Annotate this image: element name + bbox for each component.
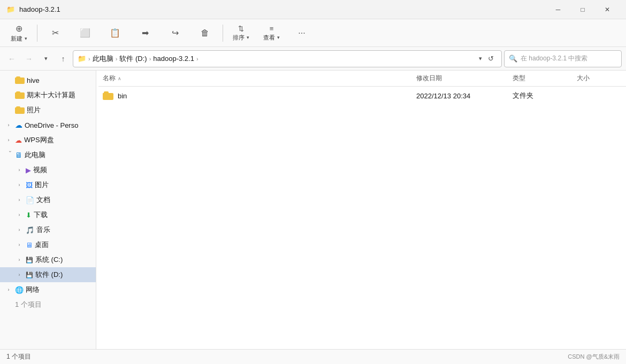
expand-icon-downloads: › bbox=[15, 211, 24, 219]
sidebar-item-downloads[interactable]: › ⬇ 下载 bbox=[0, 207, 96, 222]
paste-button[interactable]: 📋 bbox=[101, 21, 129, 45]
sidebar-item-softd[interactable]: › 💾 软件 (D:) bbox=[0, 267, 96, 282]
status-item-count: 1 个项目 bbox=[6, 352, 31, 361]
more-icon: ··· bbox=[298, 28, 305, 38]
desktop-icon: 🖥 bbox=[26, 241, 33, 249]
address-path: › 此电脑 › 软件 (D:) › hadoop-3.2.1 › bbox=[88, 54, 477, 64]
sidebar-item-video[interactable]: › ▶ 视频 bbox=[0, 162, 96, 177]
path-sep-0: › bbox=[88, 56, 90, 62]
expand-icon-onedrive: › bbox=[4, 121, 13, 129]
sidebar: hive 期末十大计算题 照片 › ☁ OneDrive - Perso › ☁… bbox=[0, 71, 96, 349]
status-bar: 1 个项目 CSDN @气质&末雨 bbox=[0, 349, 626, 364]
sidebar-item-desktop[interactable]: › 🖥 桌面 bbox=[0, 237, 96, 252]
recent-locations-button[interactable]: ▾ bbox=[39, 51, 54, 66]
close-button[interactable]: ✕ bbox=[595, 1, 620, 18]
sort-button[interactable]: ⇅ 排序 ▾ bbox=[226, 21, 256, 45]
sidebar-item-network[interactable]: › 🌐 网络 bbox=[0, 282, 96, 297]
sidebar-label-docs: 文档 bbox=[36, 195, 50, 205]
view-icon: ≡ bbox=[270, 25, 274, 33]
sidebar-label-photos: 照片 bbox=[27, 105, 41, 115]
cut-icon: ✂ bbox=[52, 28, 59, 38]
sidebar-item-count[interactable]: 1 个项目 bbox=[0, 297, 96, 312]
copy-button[interactable]: ⬜ bbox=[71, 21, 100, 45]
expand-icon-video: › bbox=[15, 166, 24, 174]
sidebar-item-hive[interactable]: hive bbox=[0, 73, 96, 88]
share-icon: ↪ bbox=[172, 28, 179, 38]
expand-icon-sysc: › bbox=[15, 255, 24, 264]
forward-button[interactable]: → bbox=[21, 51, 36, 66]
sidebar-label-hive: hive bbox=[27, 76, 40, 84]
folder-icon-top10 bbox=[15, 91, 25, 99]
file-row-bin[interactable]: bin 2022/12/13 20:34 文件夹 bbox=[98, 87, 626, 105]
file-list-body: bin 2022/12/13 20:34 文件夹 bbox=[98, 87, 626, 349]
view-button[interactable]: ≡ 查看 ▾ bbox=[257, 21, 286, 45]
drive-c-icon: 💾 bbox=[26, 257, 33, 264]
pictures-icon: 🖼 bbox=[26, 181, 33, 189]
minimize-button[interactable]: ─ bbox=[546, 1, 570, 18]
expand-icon-top10 bbox=[4, 91, 13, 99]
sidebar-item-photos[interactable]: 照片 bbox=[0, 103, 96, 118]
back-button[interactable]: ← bbox=[4, 51, 19, 66]
sidebar-label-music: 音乐 bbox=[36, 225, 50, 235]
folder-icon-hive bbox=[15, 76, 25, 84]
move-button[interactable]: ➡ bbox=[131, 21, 159, 45]
refresh-button[interactable]: ↺ bbox=[484, 52, 497, 65]
network-icon: 🌐 bbox=[15, 286, 24, 294]
sidebar-label-downloads: 下载 bbox=[34, 210, 48, 220]
paste-icon: 📋 bbox=[110, 28, 120, 38]
cut-button[interactable]: ✂ bbox=[41, 21, 70, 45]
sidebar-item-top10[interactable]: 期末十大计算题 bbox=[0, 88, 96, 103]
expand-icon-desktop: › bbox=[15, 241, 24, 249]
share-button[interactable]: ↪ bbox=[161, 21, 189, 45]
col-header-size[interactable]: 大小 bbox=[572, 73, 626, 84]
sidebar-label-sysc: 系统 (C:) bbox=[35, 255, 63, 265]
expand-icon-hive bbox=[4, 76, 13, 84]
sidebar-label-thispc: 此电脑 bbox=[25, 150, 45, 160]
col-header-type[interactable]: 类型 bbox=[508, 73, 572, 84]
search-bar[interactable]: 🔍 在 hadoop-3.2.1 中搜索 bbox=[504, 50, 622, 67]
address-dropdown-button[interactable]: ▾ bbox=[479, 55, 482, 62]
sidebar-item-pictures[interactable]: › 🖼 图片 bbox=[0, 177, 96, 192]
expand-icon-softd: › bbox=[15, 270, 24, 279]
path-thispc: 此电脑 bbox=[93, 54, 113, 64]
title-bar-left: 📁 hadoop-3.2.1 bbox=[6, 5, 60, 14]
expand-icon-docs: › bbox=[15, 196, 24, 204]
up-button[interactable]: ↑ bbox=[56, 51, 71, 66]
path-sep-1: › bbox=[116, 56, 118, 62]
col-header-name[interactable]: 名称 ∧ bbox=[98, 73, 412, 84]
sidebar-label-desktop: 桌面 bbox=[35, 240, 49, 250]
sort-arrow-name: ∧ bbox=[118, 76, 121, 81]
file-folder-icon-bin bbox=[103, 91, 113, 100]
sidebar-item-music[interactable]: › 🎵 音乐 bbox=[0, 222, 96, 237]
window-title: hadoop-3.2.1 bbox=[19, 5, 60, 13]
sidebar-label-network: 网络 bbox=[26, 285, 40, 295]
expand-icon-music: › bbox=[15, 226, 24, 234]
drive-d-icon: 💾 bbox=[26, 272, 33, 278]
main-content: hive 期末十大计算题 照片 › ☁ OneDrive - Perso › ☁… bbox=[0, 71, 626, 349]
file-name-text-bin: bin bbox=[118, 92, 127, 100]
copy-icon: ⬜ bbox=[80, 28, 90, 38]
file-list-header: 名称 ∧ 修改日期 类型 大小 bbox=[98, 71, 626, 87]
new-button[interactable]: ⊕ 新建 ▾ bbox=[4, 21, 34, 45]
sidebar-item-docs[interactable]: › 📄 文档 bbox=[0, 192, 96, 207]
sidebar-item-thispc[interactable]: › 🖥 此电脑 bbox=[0, 148, 96, 162]
title-bar: 📁 hadoop-3.2.1 ─ □ ✕ bbox=[0, 0, 626, 19]
sidebar-label-top10: 期末十大计算题 bbox=[27, 90, 75, 100]
toolbar: ⊕ 新建 ▾ ✂ ⬜ 📋 ➡ ↪ 🗑 ⇅ 排序 ▾ ≡ 查看 ▾ ··· bbox=[0, 19, 626, 47]
path-softd: 软件 (D:) bbox=[119, 54, 147, 64]
expand-icon-pictures: › bbox=[15, 181, 24, 189]
maximize-button[interactable]: □ bbox=[570, 1, 595, 18]
view-dropdown-icon: ▾ bbox=[277, 35, 280, 40]
sidebar-item-sysc[interactable]: › 💾 系统 (C:) bbox=[0, 252, 96, 267]
sidebar-label-softd: 软件 (D:) bbox=[35, 270, 63, 280]
path-sep-3: › bbox=[196, 56, 199, 62]
toolbar-sep-1 bbox=[37, 25, 37, 42]
more-button[interactable]: ··· bbox=[287, 21, 316, 45]
address-bar[interactable]: 📁 › 此电脑 › 软件 (D:) › hadoop-3.2.1 › ▾ ↺ bbox=[73, 50, 502, 67]
col-header-date[interactable]: 修改日期 bbox=[412, 73, 508, 84]
window-icon: 📁 bbox=[6, 5, 15, 14]
sidebar-item-onedrive[interactable]: › ☁ OneDrive - Perso bbox=[0, 118, 96, 133]
new-dropdown-icon: ▾ bbox=[25, 36, 27, 41]
delete-button[interactable]: 🗑 bbox=[190, 21, 219, 45]
sidebar-item-wps[interactable]: › ☁ WPS网盘 bbox=[0, 133, 96, 148]
